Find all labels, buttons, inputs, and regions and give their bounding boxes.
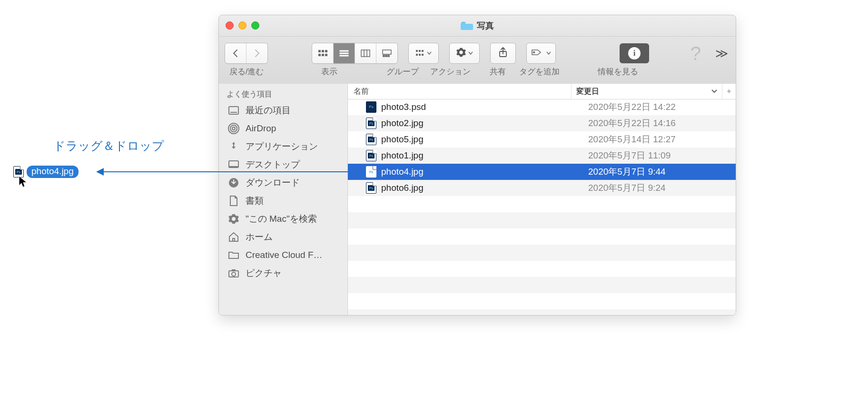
file-date: 2020年5月7日 9:44 [583,166,736,178]
sidebar-item-label: ダウンロード [246,177,300,189]
group-button[interactable] [408,43,439,64]
applications-icon [227,140,240,153]
file-row[interactable]: Psphoto1.jpg2020年5月7日 11:09 [348,148,736,164]
psd-file-icon: Ps [366,101,376,113]
ps-file-icon: Ps [366,134,376,145]
back-forward-label: 戻る/進む [226,66,267,77]
file-date: 2020年5月14日 12:27 [583,133,736,146]
sidebar-item-search-mac[interactable]: "この Mac"を検索 [219,210,347,228]
sidebar-item-home[interactable]: ホーム [219,228,347,246]
view-label: 表示 [315,66,344,77]
file-name: photo2.jpg [381,118,583,128]
recents-icon [227,104,240,117]
sidebar-item-label: 最近の項目 [246,104,291,117]
svg-rect-17 [419,50,421,52]
gear-icon [227,213,240,225]
svg-rect-21 [422,54,424,56]
sidebar-item-airdrop[interactable]: AirDrop [219,119,347,138]
file-row[interactable]: Psphoto2.jpg2020年5月22日 14:16 [348,115,736,131]
file-name: photo1.jpg [381,150,583,161]
svg-rect-7 [340,53,348,54]
view-switch [312,43,398,64]
file-name: photo4.jpg [381,167,583,177]
sidebar-item-recents[interactable]: 最近の項目 [219,101,347,119]
annotation-label: ドラッグ＆ドロップ [53,138,164,154]
info-icon: i [628,47,641,59]
file-list: 名前 変更日 + Psphoto3.psd2020年5月22日 14:22Psp… [348,84,736,315]
file-date: 2020年5月7日 11:09 [583,149,736,162]
file-name: photo6.jpg [381,183,583,193]
tags-label: タグを追加 [513,66,565,77]
svg-rect-12 [383,50,391,54]
documents-icon [227,195,240,207]
svg-rect-9 [361,50,370,57]
svg-rect-1 [322,50,324,52]
svg-point-26 [232,127,235,130]
desktop-icon [227,158,240,171]
home-icon [227,231,240,243]
svg-rect-5 [325,54,327,56]
svg-rect-8 [340,55,348,56]
tag-button[interactable] [526,43,556,64]
camera-icon [227,267,240,279]
sidebar-section-header: よく使う項目 [219,87,347,101]
ps-file-icon: Ps [366,150,376,161]
svg-rect-2 [325,50,327,52]
sidebar-item-downloads[interactable]: ダウンロード [219,174,347,192]
share-label: 共有 [483,66,512,77]
tag-icon [531,48,542,59]
downloads-icon [227,177,240,189]
ps-file-icon: Ps [366,118,376,129]
column-date[interactable]: 変更日 [572,84,722,99]
svg-rect-24 [229,107,238,114]
sidebar-item-creative-cloud[interactable]: Creative Cloud F… [219,246,347,264]
info-button[interactable]: i [620,43,649,63]
file-row[interactable]: Psphoto5.jpg2020年5月14日 12:27 [348,131,736,148]
sidebar-item-documents[interactable]: 書類 [219,192,347,210]
view-list-button[interactable] [334,43,355,63]
folder-icon [461,21,473,30]
share-button[interactable] [490,43,516,64]
file-row[interactable]: Psphoto6.jpg2020年5月7日 9:24 [348,180,736,196]
ps-file-icon: Ps [366,182,376,194]
svg-rect-16 [416,50,418,52]
view-gallery-button[interactable] [376,43,397,63]
sidebar-item-pictures[interactable]: ピクチャ [219,264,347,282]
svg-point-34 [232,272,236,276]
svg-rect-4 [322,54,324,56]
share-icon [498,47,508,59]
sidebar-item-applications[interactable]: アプリケーション [219,138,347,156]
sidebar: よく使う項目 最近の項目 AirDrop アプリケーション デスクトップ ダウン… [219,84,348,315]
sidebar-item-label: ピクチャ [246,267,282,279]
view-icons-button[interactable] [312,43,334,63]
svg-point-27 [230,125,237,132]
file-row[interactable]: Psphoto4.jpg2020年5月7日 9:44 [348,164,736,180]
view-columns-button[interactable] [355,43,376,63]
gear-icon [456,47,466,59]
file-date: 2020年5月22日 14:16 [583,117,736,129]
action-button[interactable] [449,43,480,64]
action-label: アクション [426,66,474,77]
info-label: 情報を見る [594,66,641,77]
sidebar-item-label: アプリケーション [246,140,318,153]
window-titlebar: 写真 [219,15,736,37]
folder-grey-icon [227,249,240,261]
drag-filename: photo4.jpg [27,166,79,178]
column-name[interactable]: 名前 [348,84,572,99]
finder-window: 写真 [218,15,736,316]
file-name: photo5.jpg [381,134,583,145]
cursor-icon [18,175,29,188]
svg-rect-35 [232,269,236,271]
svg-rect-3 [318,54,321,56]
svg-point-23 [533,52,535,53]
group-label: グループ [384,66,422,77]
back-button[interactable] [225,43,247,63]
add-column-button[interactable]: + [722,84,736,99]
forward-button[interactable] [247,43,267,63]
toolbar-overflow-button[interactable]: ≫ [713,46,730,61]
file-name: photo3.psd [381,102,583,112]
sidebar-item-label: デスクトップ [246,158,300,171]
file-row[interactable]: Psphoto3.psd2020年5月22日 14:22 [348,99,736,115]
help-button[interactable]: ? [689,43,703,64]
svg-rect-13 [383,55,385,57]
